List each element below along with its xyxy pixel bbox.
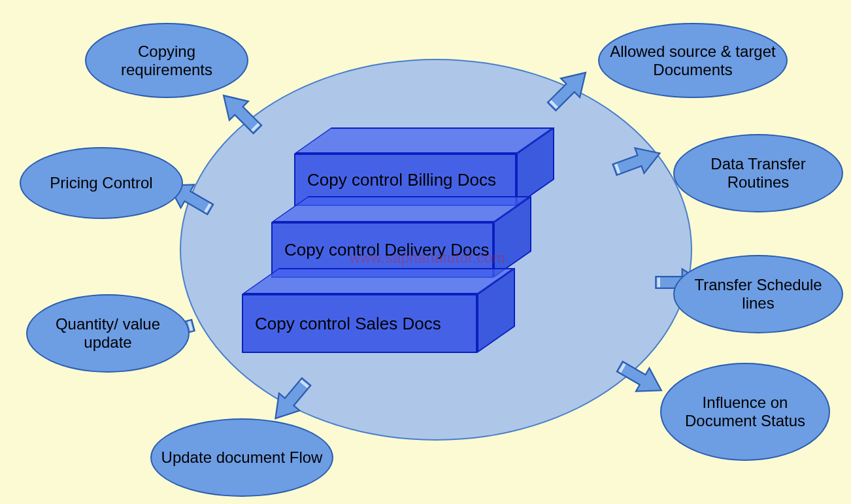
bubble-label: Influence on Document Status	[671, 394, 820, 429]
block-label: Copy control Billing Docs	[307, 170, 496, 190]
bubble-transfer-schedule-lines: Transfer Schedule lines	[673, 255, 843, 333]
svg-rect-5	[658, 278, 660, 288]
bubble-label: Allowed source & target Documents	[609, 42, 777, 78]
bubble-label: Update document Flow	[161, 448, 323, 467]
bubble-label: Transfer Schedule lines	[684, 276, 833, 312]
diagram-canvas: Copy control Billing Docs Copy control D…	[0, 0, 851, 504]
block-label: Copy control Sales Docs	[255, 314, 441, 334]
bubble-influence-document-status: Influence on Document Status	[660, 363, 830, 461]
block-top	[271, 196, 531, 222]
bubble-update-document-flow: Update document Flow	[150, 418, 333, 497]
bubble-label: Pricing Control	[50, 174, 152, 192]
bubble-label: Copying requirements	[95, 42, 238, 78]
bubble-allowed-source-target: Allowed source & target Documents	[598, 23, 788, 98]
block-front: Copy control Sales Docs	[242, 294, 477, 353]
bubble-pricing-control: Pricing Control	[20, 147, 183, 219]
bubble-data-transfer-routines: Data Transfer Routines	[673, 134, 843, 212]
block-top	[294, 127, 554, 154]
bubble-quantity-value-update: Quantity/ value update	[26, 294, 190, 373]
bubble-label: Data Transfer Routines	[684, 155, 833, 191]
block-top	[242, 268, 514, 294]
watermark-text: www.saphanatutor.com	[350, 250, 505, 267]
block-sales-docs: Copy control Sales Docs	[242, 294, 477, 353]
bubble-copying-requirements: Copying requirements	[85, 23, 248, 98]
bubble-label: Quantity/ value update	[37, 315, 179, 351]
